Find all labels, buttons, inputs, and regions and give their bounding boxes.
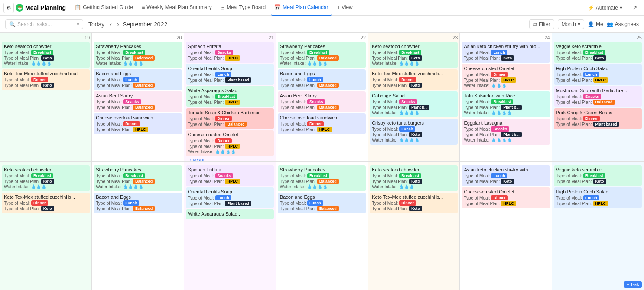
meal-card[interactable]: Keto seafood chowder Type of Meal:Breakf…: [370, 42, 458, 68]
tab-add-view[interactable]: + View: [334, 0, 356, 16]
dropdown-icon: ▾: [77, 21, 79, 27]
meal-card[interactable]: Keto Tex-Mex stuffed zucchini b... Type …: [2, 193, 90, 213]
day-20: 20 Strawberry Pancakes Type of Meal:Brea…: [92, 33, 184, 161]
meal-card[interactable]: White Asparagus Salad...: [186, 209, 274, 219]
assignees-button[interactable]: 👥 Assignees: [607, 21, 639, 27]
tab-weekly-summary[interactable]: ≡ Weekly Meal Plan Summary: [138, 0, 215, 16]
meal-card[interactable]: Oriental Lentils Soup Type of Meal:Lunch…: [186, 64, 274, 85]
list-icon: ≡: [142, 4, 145, 10]
meal-card[interactable]: Bacon and Eggs Type of Meal:Lunch Type o…: [278, 193, 366, 213]
toolbar-right: ⧉ Filter Month ▾ 👤 Me 👥 Assignees: [529, 19, 639, 29]
meal-card[interactable]: Spinach Frittata Type of Meal:Snacks Typ…: [186, 42, 274, 63]
meal-card[interactable]: Keto seafood chowder Type of Meal:Breakf…: [2, 42, 90, 68]
filter-icon: ⧉: [533, 21, 537, 27]
add-task-button[interactable]: + Task: [624, 281, 642, 288]
meal-card[interactable]: Mushroom Soup with Garlic Bre... Type of…: [554, 86, 642, 107]
meal-card[interactable]: Cheese-crusted Omelet Type of Meal:Dinne…: [462, 64, 550, 90]
calendar-icon: 📅: [274, 4, 281, 10]
day-25: 25 Veggie keto scramble Type of Meal:Bre…: [552, 33, 644, 161]
share-icon: ↗: [633, 5, 637, 11]
filter-button[interactable]: ⧉ Filter: [529, 19, 554, 29]
board-icon: ⊟: [221, 4, 225, 10]
day-oct-2: Veggie keto scramble Type of Meal:Breakf…: [552, 162, 644, 290]
meal-card[interactable]: Strawberry Pancakes Type of Meal:Breakfa…: [94, 165, 182, 191]
meal-card[interactable]: Keto Tex-Mex stuffed zucchini boat Type …: [2, 69, 90, 90]
chevron-down-icon: ▾: [620, 5, 622, 11]
chevron-icon: ▾: [578, 21, 580, 27]
meal-card[interactable]: Veggie keto scramble Type of Meal:Breakf…: [554, 42, 642, 63]
day-num-20: 20: [94, 35, 182, 40]
day-num-25: 25: [554, 35, 642, 40]
meal-card[interactable]: Keto Tex-Mex stuffed zucchini b... Type …: [370, 193, 458, 213]
meal-card[interactable]: Cabbage Salad Type of Meal:Snacks Type o…: [370, 91, 458, 117]
meal-card[interactable]: Keto Tex-Mex stuffed zucchini b... Type …: [370, 69, 458, 90]
nav-right: ⚡ Automate ▾ ↗: [584, 3, 641, 13]
meal-card[interactable]: Bacon and Eggs Type of Meal:Lunch Type o…: [94, 193, 182, 213]
meal-card[interactable]: Bacon and Eggs Type of Meal:Lunch Type o…: [94, 69, 182, 90]
more-link-21[interactable]: + 1 MORE: [186, 158, 274, 161]
top-nav: ⚙ 🥗 Meal Planning 📋 Getting Started Guid…: [0, 0, 644, 16]
day-19: 19 Keto seafood chowder Type of Meal:Bre…: [0, 33, 92, 161]
day-num-23: 23: [370, 35, 458, 40]
day-num-19: 19: [2, 35, 90, 40]
meal-card[interactable]: Asian keto chicken stir-fry with t... Ty…: [462, 165, 550, 186]
automate-button[interactable]: ⚡ Automate ▾: [584, 3, 626, 13]
day-26: Keto seafood chowder Type of Meal:Breakf…: [0, 162, 92, 290]
meal-card[interactable]: Cheese-crusted Omelet Type of Meal:Dinne…: [186, 130, 274, 156]
date-nav: Today ‹ › September 2022: [87, 20, 167, 29]
meal-card[interactable]: Pork Chop & Green Beans Type of Meal:Din…: [554, 108, 642, 129]
me-button[interactable]: 👤 Me: [588, 21, 603, 27]
day-23: 23 Keto seafood chowder Type of Meal:Bre…: [368, 33, 460, 161]
meal-card[interactable]: Strawberry Pancakes Type of Meal:Breakfa…: [278, 42, 366, 68]
day-24: 24 Asian keto chicken stir-fry with bro.…: [460, 33, 552, 161]
meal-card[interactable]: Crispy keto tuna burgers Type of Meal:Lu…: [370, 119, 458, 145]
meal-card[interactable]: Cheese-crusted Omelet Type of Meal:Dinne…: [462, 187, 550, 208]
meal-card[interactable]: Veggie keto scramble Type of Meal:Breakf…: [554, 165, 642, 186]
meal-card[interactable]: Strawberry Pancakes Type of Meal:Breakfa…: [278, 165, 366, 191]
day-num-21: 21: [186, 35, 274, 40]
tab-meal-type-board[interactable]: ⊟ Meal Type Board: [217, 0, 270, 16]
meal-card[interactable]: Keto seafood chowder Type of Meal:Breakf…: [370, 165, 458, 191]
current-date: September 2022: [123, 21, 168, 28]
meal-card[interactable]: Cheese overload sandwich Type of Meal:Di…: [94, 113, 182, 134]
tab-getting-started[interactable]: 📋 Getting Started Guide: [71, 0, 137, 16]
meal-card[interactable]: Spinach Frittata Type of Meal:Snacks Typ…: [186, 165, 274, 186]
next-button[interactable]: ›: [115, 20, 121, 29]
month-button[interactable]: Month ▾: [558, 19, 584, 29]
share-button[interactable]: ↗: [629, 3, 641, 13]
day-num-22: 22: [278, 35, 366, 40]
tab-meal-plan-calendar[interactable]: 📅 Meal Plan Calendar: [271, 0, 332, 16]
meal-card[interactable]: Oriental Lentils Soup Type of Meal:Lunch…: [186, 187, 274, 208]
meal-card[interactable]: High Protein Cobb Salad Type of Meal:Lun…: [554, 187, 642, 208]
day-oct-1: Asian keto chicken stir-fry with t... Ty…: [460, 162, 552, 290]
calendar-toolbar: 🔍 Search tasks... ▾ Today ‹ › September …: [0, 16, 644, 33]
search-box[interactable]: 🔍 Search tasks... ▾: [5, 19, 83, 29]
meal-card[interactable]: Asian keto chicken stir-fry with bro... …: [462, 42, 550, 63]
doc-icon: 📋: [75, 4, 81, 10]
day-num-24: 24: [462, 35, 550, 40]
meal-card[interactable]: Bacon and Eggs Type of Meal:Lunch Type o…: [278, 69, 366, 90]
meal-card[interactable]: Asian Beef Stirfry Type of Meal:Snacks T…: [278, 91, 366, 112]
meal-card[interactable]: Asian Beef Stirfry Type of Meal:Snacks T…: [94, 91, 182, 112]
meal-card[interactable]: Tomato Soup & Chicken Barbecue Type of M…: [186, 108, 274, 129]
meal-card[interactable]: Eggplant Lasagna Type of Meal:Snacks Typ…: [462, 119, 550, 145]
meal-card[interactable]: High Protein Cobb Salad Type of Meal:Lun…: [554, 64, 642, 85]
meal-card[interactable]: Tofu Katsudon with Rice Type of Meal:Bre…: [462, 91, 550, 117]
meal-card[interactable]: White Asparagus Salad Type of Meal:Break…: [186, 86, 274, 107]
day-28: Spinach Frittata Type of Meal:Snacks Typ…: [184, 162, 276, 290]
day-29: Strawberry Pancakes Type of Meal:Breakfa…: [276, 162, 368, 290]
people-icon: 👥: [607, 21, 613, 27]
day-30: Keto seafood chowder Type of Meal:Breakf…: [368, 162, 460, 290]
prev-button[interactable]: ‹: [108, 20, 114, 29]
meal-card[interactable]: Strawberry Pancakes Type of Meal:Breakfa…: [94, 42, 182, 68]
search-icon: 🔍: [9, 21, 16, 27]
meal-card[interactable]: Keto seafood chowder Type of Meal:Breakf…: [2, 165, 90, 191]
app-icon: 🥗: [16, 4, 23, 12]
meal-card[interactable]: Cheese overload sandwich Type of Meal:Di…: [278, 113, 366, 134]
day-22: 22 Strawberry Pancakes Type of Meal:Brea…: [276, 33, 368, 161]
today-button[interactable]: Today: [87, 20, 106, 29]
gear-icon[interactable]: ⚙: [3, 3, 14, 13]
day-27: Strawberry Pancakes Type of Meal:Breakfa…: [92, 162, 184, 290]
app-title: 🥗 Meal Planning: [16, 4, 66, 12]
person-icon: 👤: [588, 21, 594, 27]
